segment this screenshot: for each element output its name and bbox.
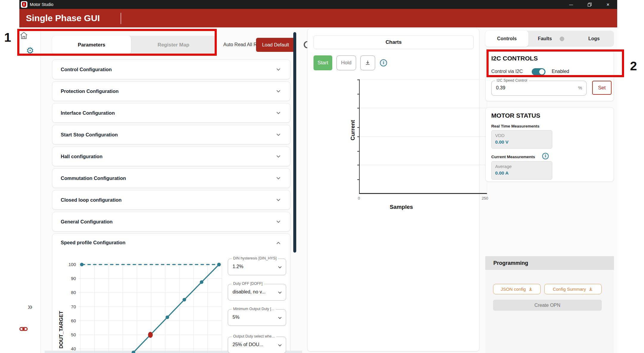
download-icon [528,287,533,292]
window-titlebar: Motor Studio — ✕ [19,0,617,9]
faults-status-dot [560,37,564,41]
close-button[interactable]: ✕ [599,0,617,9]
section-protection-configuration[interactable]: Protection Configuration [52,81,290,101]
section-closed-loop-configuration[interactable]: Closed loop configuration [52,190,290,210]
start-button[interactable]: Start [314,55,332,70]
chevron-down-icon [277,342,283,348]
annotation-number-2: 2 [630,59,637,73]
home-icon [19,31,28,40]
motor-studio-window: Motor Studio — ✕ Single Phase GUI [19,0,617,353]
average-measurement-box: Average 0.00 A [491,161,552,180]
motor-status-heading: MOTOR STATUS [491,112,540,119]
dropdown-minimum-output-duty[interactable]: Minimum Output Duty [... 5% [228,309,286,326]
config-summary-button[interactable]: Config Summary [544,284,602,294]
tab-faults[interactable]: Faults [533,31,557,47]
left-sidebar: ⚙ » [19,27,41,353]
chevron-down-icon [275,153,282,160]
vdd-value: 0.00 V [495,139,548,145]
chevron-down-icon [275,197,282,203]
vdd-label: VDD [495,133,548,138]
restore-button[interactable] [580,0,599,9]
current-samples-plot [359,79,487,194]
toggle-state-label: Enabled [552,69,569,74]
restore-icon [588,3,592,7]
set-button[interactable]: Set [592,81,612,95]
window-title: Motor Studio [30,2,53,7]
create-opn-button[interactable]: Create OPN [493,300,602,311]
chevron-down-icon [277,264,283,270]
tab-register-map[interactable]: Register Map [131,36,216,54]
speed-profile-chart: 405060708090100DOUT_TARGET [55,250,228,353]
section-start-stop-configuration[interactable]: Start Stop Configuration [52,125,290,144]
download-icon [365,60,371,66]
charts-panel: Charts Start Hold i [307,28,479,352]
average-value: 0.00 A [495,170,548,176]
control-via-i2c-toggle[interactable] [532,68,545,75]
annotation-number-1: 1 [4,30,11,45]
section-commutation-configuration[interactable]: Commutation Configuration [52,168,290,188]
parameters-tabs-group: Parameters Register Map [52,36,216,54]
home-nav-item[interactable] [19,31,41,40]
tab-logs[interactable]: Logs [581,31,607,47]
i2c-speed-value[interactable]: 0.39 [496,85,505,91]
load-default-button[interactable]: Load Default [256,38,295,52]
vertical-scrollbar[interactable] [293,32,296,253]
chart-info-icon[interactable]: i [380,59,387,66]
toggle-knob [539,69,545,74]
collapse-chevrons-icon: » [28,301,33,311]
section-interface-configuration[interactable]: Interface Configuration [52,103,290,123]
x-tick-min: 0 [358,196,360,200]
chevron-down-icon [275,175,282,181]
section-general-configuration[interactable]: General Configuration [52,212,290,231]
link-nav-item[interactable] [19,325,41,332]
control-via-i2c-label: Control via I2C [491,69,523,74]
svg-text:90: 90 [71,276,76,281]
expand-sidebar-button[interactable]: » [19,301,41,312]
screenshot-canvas: 1 2 Motor Studio — ✕ Single Phase GUI [0,0,644,353]
i2c-speed-control-field[interactable]: I2C Speed Control 0.39 % [491,81,587,96]
motor-status-card: MOTOR STATUS Real Time Measurements VDD … [485,107,614,182]
right-tabs-group: Controls Faults Logs [485,31,614,47]
minimize-button[interactable]: — [562,0,580,9]
svg-text:80: 80 [71,290,76,295]
i2c-controls-card: I2C CONTROLS Control via I2C Enabled I2C… [485,51,614,101]
charts-panel-title: Charts [314,35,474,49]
section-hall-configuration[interactable]: Hall configuration [52,147,290,166]
programming-header: Programming [485,256,614,270]
svg-text:40: 40 [71,346,76,351]
average-label: Average [495,164,548,169]
svg-text:50: 50 [71,332,76,337]
y-axis-label: Current [350,120,356,141]
chevron-up-icon [275,240,282,246]
settings-gear-icon: ⚙ [26,46,34,55]
chevron-down-icon [277,290,283,296]
download-chart-button[interactable] [360,55,375,70]
chevron-down-icon [275,110,282,116]
chevron-down-icon [277,315,283,321]
json-config-button[interactable]: JSON config [493,284,541,294]
svg-text:60: 60 [71,318,76,323]
chevron-down-icon [275,131,282,138]
svg-text:100: 100 [68,262,76,267]
vdd-measurement-box: VDD 0.00 V [491,130,552,149]
tab-controls[interactable]: Controls [485,31,528,47]
hold-button[interactable]: Hold [336,55,356,70]
programming-heading: Programming [493,260,528,266]
dropdown-duty-off[interactable]: Duty OFF [DOFF] disabled, no v... [228,284,286,301]
section-control-configuration[interactable]: Control Configuration [52,60,290,79]
i2c-controls-heading: I2C CONTROLS [491,55,538,62]
realtime-measurements-label: Real Time Measurements [491,124,539,128]
dropdown-output-duty-select[interactable]: Output Duty select whe... 25% of DOU... [228,337,286,353]
settings-nav-item[interactable]: ⚙ [19,45,41,56]
chevron-down-icon [275,66,282,73]
chevron-down-icon [275,88,282,94]
page-title: Single Phase GUI [26,13,100,23]
x-axis-label: Samples [337,204,465,210]
dropdown-din-hysteresis[interactable]: DIN hysteresis [DIN_HYS] 1.2% [228,259,286,275]
app-header: Single Phase GUI [19,9,617,27]
svg-text:DOUT_TARGET: DOUT_TARGET [58,311,64,349]
svg-text:70: 70 [71,304,76,309]
header-divider [121,13,121,24]
current-measurements-info-icon[interactable]: i [542,153,549,159]
tab-parameters[interactable]: Parameters [52,36,131,54]
